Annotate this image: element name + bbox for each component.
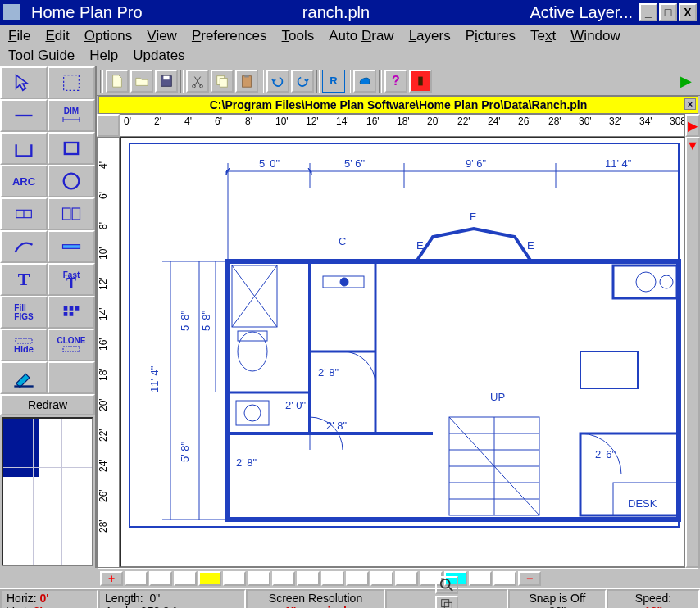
status-snap-label: Snap is Off (515, 592, 600, 605)
dim-28b: 2' 8" (326, 420, 348, 432)
color-plus[interactable]: + (100, 571, 123, 586)
tb-cut[interactable] (186, 70, 209, 93)
tool-polygon[interactable] (48, 132, 95, 165)
svg-rect-23 (228, 261, 679, 520)
tool-circle[interactable] (48, 165, 95, 197)
tool-rect[interactable] (0, 132, 48, 165)
menu-preferences[interactable]: Preferences (192, 28, 267, 44)
dim-20: 2' 0" (285, 399, 307, 411)
menu-layers[interactable]: Layers (409, 28, 451, 44)
menu-help[interactable]: Help (89, 48, 118, 64)
grid-preview[interactable] (2, 417, 93, 566)
redraw-button[interactable]: Redraw (0, 394, 95, 415)
menu-view[interactable]: View (147, 28, 177, 44)
canvas-down-arrow[interactable]: ▼ (685, 137, 700, 568)
menu-updates[interactable]: Updates (133, 48, 184, 64)
tb-open[interactable] (130, 70, 153, 93)
tb-exit[interactable] (409, 70, 432, 93)
tb-redo[interactable] (291, 70, 314, 93)
floor-plan-canvas[interactable]: 5' 0" 5' 6" 9' 6" 11' 4" 11' 4" 5' 8" 5'… (120, 137, 685, 568)
ruler-right-arrow[interactable]: ▶ (685, 114, 700, 137)
menu-window[interactable]: Window (570, 28, 620, 44)
h-ruler-tick: 14' (336, 116, 349, 127)
swatch-9[interactable] (321, 571, 344, 586)
minimize-button[interactable]: _ (639, 3, 657, 21)
swatch-16[interactable] (493, 571, 516, 586)
tool-hide[interactable]: Hide (0, 329, 48, 361)
status-zoom-icon[interactable] (435, 576, 458, 594)
v-ruler-tick: 16' (98, 338, 109, 351)
tb-right-arrow-icon[interactable]: ▶ (680, 72, 692, 90)
path-close-icon[interactable]: × (684, 98, 696, 110)
status-layer-icon[interactable] (435, 596, 458, 608)
tool-arrow[interactable] (0, 66, 48, 99)
tb-undo[interactable] (266, 70, 289, 93)
tool-dim[interactable]: DIM (48, 99, 95, 132)
h-ruler-tick: 12' (306, 116, 319, 127)
dim-d2: 5' 6" (344, 157, 366, 170)
swatch-5[interactable] (223, 571, 246, 586)
tool-door[interactable] (48, 197, 95, 230)
tb-help[interactable]: ? (384, 70, 407, 93)
v-ruler[interactable]: 4'6'8'10'12'14'16'18'20'22'24'26'28' (97, 137, 120, 568)
swatch-12[interactable] (395, 571, 418, 586)
tb-new[interactable] (106, 70, 129, 93)
svg-point-64 (660, 275, 673, 288)
maximize-button[interactable]: □ (659, 3, 677, 21)
title-app: Home Plan Pro (31, 3, 143, 22)
menu-tools[interactable]: Tools (282, 28, 315, 44)
tb-r-button[interactable]: R (322, 70, 345, 93)
swatch-4[interactable] (198, 571, 221, 586)
swatch-2[interactable] (149, 571, 172, 586)
tool-window[interactable] (0, 197, 48, 230)
status-snap-value: 32" (515, 605, 600, 608)
h-ruler-tick: 28' (548, 116, 561, 127)
tool-text[interactable]: T (0, 263, 48, 296)
menu-text[interactable]: Text (530, 28, 556, 44)
menu-edit[interactable]: Edit (45, 28, 69, 44)
status-speed-label: Speed: (613, 592, 693, 605)
svg-rect-70 (442, 600, 449, 607)
svg-rect-7 (63, 208, 70, 220)
swatch-3[interactable] (174, 571, 197, 586)
color-minus[interactable]: − (518, 571, 541, 586)
tool-blank[interactable] (48, 361, 95, 394)
h-ruler[interactable]: 0'2'4'6'8'10'12'14'16'18'20'22'24'26'28'… (120, 114, 685, 137)
swatch-8[interactable] (297, 571, 320, 586)
h-ruler-tick: 30' (579, 116, 592, 127)
swatch-11[interactable] (370, 571, 393, 586)
tool-fast-text[interactable]: FastT (48, 263, 95, 296)
tb-print[interactable] (353, 70, 376, 93)
tb-save[interactable] (155, 70, 178, 93)
swatch-10[interactable] (346, 571, 369, 586)
status-horiz-value: 0' (39, 592, 48, 605)
path-text: C:\Program Files\Home Plan Software\Home… (106, 98, 691, 111)
tb-paste[interactable] (235, 70, 258, 93)
tool-select[interactable] (48, 66, 95, 99)
label-f: F (470, 211, 476, 223)
swatch-6[interactable] (248, 571, 270, 586)
swatch-15[interactable] (469, 571, 492, 586)
tool-curve[interactable] (0, 230, 48, 263)
tool-arc[interactable]: ARC (0, 165, 48, 197)
menu-toolguide[interactable]: Tool Guide (8, 48, 75, 64)
tool-fill-figs[interactable]: FillFIGS (0, 296, 48, 329)
tool-paint[interactable] (0, 361, 48, 394)
swatch-7[interactable] (272, 571, 295, 586)
menu-autodraw[interactable]: Auto Draw (329, 28, 393, 44)
menu-file[interactable]: File (8, 28, 30, 44)
menu-pictures[interactable]: Pictures (466, 28, 516, 44)
tool-wall[interactable] (48, 230, 95, 263)
tool-clone[interactable]: CLONE (48, 329, 95, 361)
tool-line[interactable] (0, 99, 48, 132)
workspace: DIM ARC T FastT FillFIGS Hide CLONE Redr… (0, 66, 700, 568)
tool-pattern[interactable] (48, 296, 95, 329)
tool-palette: DIM ARC T FastT FillFIGS Hide CLONE Redr… (0, 66, 97, 568)
swatch-1[interactable] (125, 571, 148, 586)
menu-options[interactable]: Options (84, 28, 133, 44)
v-ruler-tick: 24' (98, 459, 109, 472)
h-ruler-tick: 10' (275, 116, 289, 127)
svg-point-49 (244, 405, 261, 421)
close-button[interactable]: X (679, 3, 697, 21)
tb-copy[interactable] (211, 70, 234, 93)
